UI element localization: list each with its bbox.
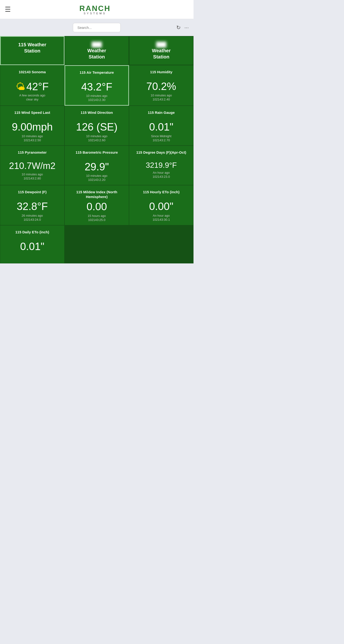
cell-sub-mildew: 102143:25.0 — [88, 218, 105, 222]
toolbar-right: ↻ ··· — [176, 24, 189, 31]
cell-title-daily-eto: 115 Daily ETo (inch) — [15, 230, 49, 239]
cell-value-wind-dir: 126 (SE) — [76, 121, 117, 133]
cell-title-wind-dir: 115 Wind Direction — [81, 110, 113, 119]
cell-time-rain-gauge: Since Midnight — [151, 134, 171, 138]
cell-time-sonoma: A few seconds ago — [19, 94, 45, 97]
cell-title-baro-pressure: 115 Barometric Pressure — [76, 150, 118, 159]
data-cell-mildew[interactable]: 115 Mildew Index (North Hemisphere) 0.00… — [65, 185, 129, 225]
station-number-0: 115 — [18, 42, 26, 47]
logo-systems: SYSTEMS — [84, 12, 106, 15]
sonoma-value: 42°F — [26, 81, 49, 92]
cell-time-mildew: 15 hours ago — [88, 214, 106, 218]
cell-title-pyranometer: 115 Pyranometer — [18, 150, 47, 159]
cell-value-air-temp: 43.2°F — [81, 81, 112, 92]
station-name-1: WeatherStation — [87, 48, 106, 60]
cell-sub-hourly-eto: 102143:30.1 — [153, 218, 170, 222]
cell-title-degree-days: 115 Degree Days (F)(Apr-Oct) — [136, 150, 186, 159]
cell-title-wind-speed: 115 Wind Speed Last — [14, 110, 50, 119]
cell-sub-pyranometer: 102143:2.80 — [24, 176, 41, 180]
cell-sub-dewpoint: 102143:24.0 — [24, 218, 41, 222]
cell-time-hourly-eto: An hour ago — [153, 214, 170, 217]
cell-sub-sonoma: clear sky — [26, 98, 38, 101]
station-name-2: WeatherStation — [152, 48, 171, 60]
cell-title-humidity: 115 Humidity — [150, 70, 172, 79]
refresh-icon[interactable]: ↻ — [176, 24, 181, 31]
cell-sub-wind-dir: 102143:2.60 — [88, 138, 105, 142]
data-cell-air-temp[interactable]: 115 Air Temperature 43.2°F 10 minutes ag… — [65, 65, 129, 106]
cell-value-mildew: 0.00 — [86, 201, 107, 212]
cell-value-humidity: 70.2% — [146, 81, 176, 92]
data-cell-degree-days[interactable]: 115 Degree Days (F)(Apr-Oct) 3219.9°F An… — [129, 146, 194, 185]
cell-title-rain-gauge: 115 Rain Gauge — [148, 110, 175, 119]
cell-time-dewpoint: 26 minutes ago — [22, 214, 43, 217]
menu-icon[interactable]: ☰ — [5, 6, 11, 13]
cell-time-baro-pressure: 10 minutes ago — [86, 174, 107, 178]
sun-icon: 🌤 — [16, 81, 25, 92]
cell-value-dewpoint: 32.8°F — [17, 201, 48, 212]
search-input[interactable] — [73, 23, 121, 32]
cell-time-humidity: 10 minutes ago — [151, 94, 172, 97]
logo-ranch: RANCH — [79, 4, 111, 13]
cell-title-sonoma: 102143 Sonoma — [19, 70, 46, 79]
cell-value-baro-pressure: 29.9" — [85, 161, 109, 172]
data-cell-dewpoint[interactable]: 115 Dewpoint (F) 32.8°F 26 minutes ago 1… — [0, 185, 65, 225]
cell-value-rain-gauge: 0.01" — [149, 121, 173, 133]
data-cell-daily-eto[interactable]: 115 Daily ETo (inch) 0.01" — [0, 225, 65, 264]
cell-value-wind-speed: 9.00mph — [12, 121, 53, 133]
station-name-0: WeatherStation — [24, 42, 46, 54]
cell-time-air-temp: 10 minutes ago — [86, 94, 107, 98]
cell-sub-humidity: 102143:2.40 — [153, 98, 170, 101]
station-number-1: ███ — [92, 41, 102, 48]
cell-sub-air-temp: 102143:2.30 — [88, 98, 105, 102]
cell-time-degree-days: An hour ago — [153, 171, 170, 174]
toolbar: ↻ ··· — [0, 19, 194, 36]
cell-value-daily-eto: 0.01" — [20, 241, 44, 252]
cell-time-wind-dir: 10 minutes ago — [86, 134, 107, 138]
cell-sub-wind-speed: 102143:2.50 — [24, 138, 41, 142]
cell-title-air-temp: 115 Air Temperature — [80, 70, 114, 79]
data-cell-rain-gauge[interactable]: 115 Rain Gauge 0.01" Since Midnight 1021… — [129, 106, 194, 145]
data-cell-hourly-eto[interactable]: 115 Hourly ETo (inch) 0.00" An hour ago … — [129, 185, 194, 225]
data-cell-baro-pressure[interactable]: 115 Barometric Pressure 29.9" 10 minutes… — [65, 146, 129, 185]
sonoma-icon-temp: 🌤 42°F — [16, 81, 49, 92]
cell-sub-baro-pressure: 102143:2.20 — [88, 178, 105, 182]
cell-value-hourly-eto: 0.00" — [149, 201, 173, 212]
data-cell-pyranometer[interactable]: 115 Pyranometer 210.7W/m2 10 minutes ago… — [0, 146, 65, 185]
station-tab-0[interactable]: 115 WeatherStation — [0, 36, 65, 65]
station-tab-2[interactable]: ███ WeatherStation — [129, 36, 194, 65]
cell-sub-degree-days: 102143:23.0 — [153, 175, 170, 178]
more-icon[interactable]: ··· — [185, 24, 189, 31]
cell-time-pyranometer: 10 minutes ago — [22, 172, 43, 176]
cell-title-mildew: 115 Mildew Index (North Hemisphere) — [68, 190, 125, 199]
app-header: ☰ RANCH SYSTEMS — [0, 0, 194, 19]
cell-title-hourly-eto: 115 Hourly ETo (inch) — [143, 190, 180, 199]
cell-sub-rain-gauge: 102143:2.70 — [153, 138, 170, 142]
station-number-2: ███ — [156, 41, 166, 48]
station-tabs: 115 WeatherStation ███ WeatherStation ██… — [0, 36, 194, 65]
data-grid: 102143 Sonoma 🌤 42°F A few seconds ago c… — [0, 65, 194, 264]
cell-time-wind-speed: 10 minutes ago — [22, 134, 43, 138]
cell-value-degree-days: 3219.9°F — [146, 161, 177, 170]
data-cell-humidity[interactable]: 115 Humidity 70.2% 10 minutes ago 102143… — [129, 65, 194, 106]
logo-container: RANCH SYSTEMS — [79, 4, 111, 15]
cell-value-pyranometer: 210.7W/m2 — [9, 161, 55, 171]
station-tab-1[interactable]: ███ WeatherStation — [65, 36, 129, 65]
data-cell-wind-speed[interactable]: 115 Wind Speed Last 9.00mph 10 minutes a… — [0, 106, 65, 145]
data-cell-wind-dir[interactable]: 115 Wind Direction 126 (SE) 10 minutes a… — [65, 106, 129, 145]
cell-title-dewpoint: 115 Dewpoint (F) — [18, 190, 47, 199]
data-cell-sonoma[interactable]: 102143 Sonoma 🌤 42°F A few seconds ago c… — [0, 65, 65, 106]
